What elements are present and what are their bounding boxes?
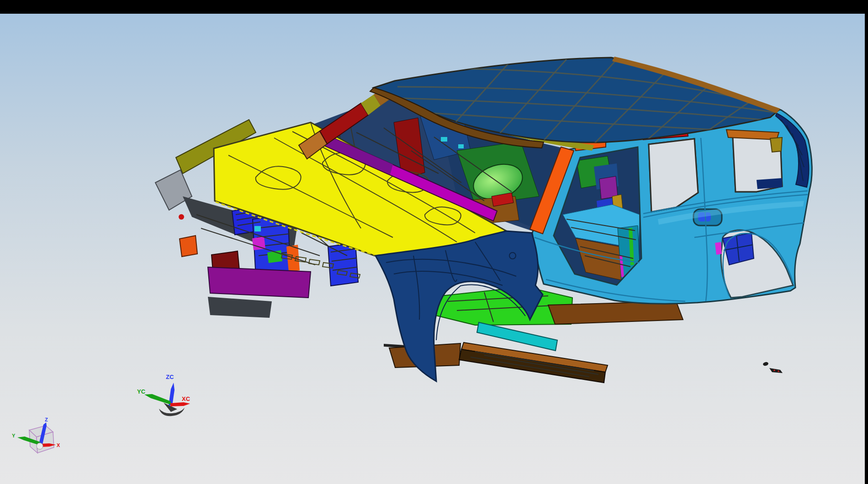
- wcs-x-label: XC: [182, 395, 191, 402]
- fascia-purple-band[interactable]: [208, 267, 311, 298]
- quarter-window-olive-bracket[interactable]: [770, 137, 782, 152]
- top-black-bar: [0, 0, 868, 14]
- abs-origin-sphere: [37, 443, 43, 449]
- interior-cyan-bit-a: [441, 137, 447, 142]
- wcs-y-label: YC: [137, 388, 146, 395]
- quarter-window-navy-sill: [757, 178, 782, 189]
- interior-cyan-bit-b: [458, 144, 464, 148]
- cad-viewport[interactable]: ZC YC XC Z Y X: [0, 0, 868, 484]
- fender-red-dot: [179, 214, 184, 220]
- abs-y-label: Y: [12, 433, 16, 438]
- fascia-cyan-bit: [254, 226, 261, 231]
- fragment-red-speck-b: [778, 370, 779, 372]
- fascia-orange-piece[interactable]: [180, 236, 197, 257]
- abs-x-label: X: [57, 442, 60, 448]
- abs-z-label: Z: [45, 417, 48, 422]
- right-black-bar: [865, 0, 868, 484]
- fascia-orange-sliver: [286, 245, 300, 272]
- viewport-canvas[interactable]: ZC YC XC Z Y X: [0, 0, 868, 484]
- wcs-z-label: ZC: [166, 374, 174, 380]
- fragment-red-speck-a: [773, 369, 775, 371]
- rear-rocker-brown[interactable]: [548, 301, 683, 324]
